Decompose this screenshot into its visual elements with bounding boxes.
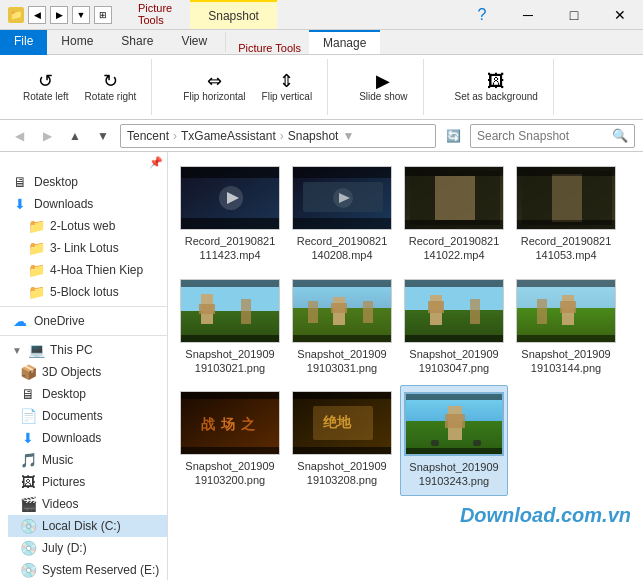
file-thumbnail (516, 166, 616, 230)
file-name: Snapshot_20190919103047.png (409, 347, 498, 376)
folder-icon: 📁 (28, 262, 44, 278)
flip-vertical-button[interactable]: ⇕ Flip vertical (255, 69, 320, 105)
tab-share[interactable]: Share (107, 30, 167, 54)
documents-icon: 📄 (20, 408, 36, 424)
window-controls: ? ─ □ ✕ (459, 0, 643, 29)
refresh-button[interactable]: 🔄 (442, 125, 464, 147)
svg-text:之: 之 (240, 416, 255, 432)
svg-rect-63 (406, 448, 502, 456)
breadcrumb[interactable]: Tencent › TxGameAssistant › Snapshot ▼ (120, 124, 436, 148)
search-input[interactable] (477, 129, 612, 143)
file-item[interactable]: Snapshot_20190919103047.png (400, 273, 508, 382)
sidebar-item-music[interactable]: 🎵 Music (8, 449, 167, 471)
svg-text:绝地: 绝地 (322, 414, 352, 430)
tab-view[interactable]: View (167, 30, 221, 54)
sidebar-item-onedrive[interactable]: ☁ OneDrive (0, 310, 167, 332)
file-thumbnail (404, 166, 504, 230)
file-thumbnail (404, 279, 504, 343)
file-thumbnail (292, 279, 392, 343)
sidebar-item-downloads-top[interactable]: ⬇ Downloads (0, 193, 167, 215)
sidebar-item-thispc[interactable]: ▼ 💻 This PC (0, 339, 167, 361)
folder-icon: 📁 (28, 240, 44, 256)
sidebar-item-desktop2[interactable]: 🖥 Desktop (8, 383, 167, 405)
sidebar-item-link-lotus[interactable]: 📁 3- Link Lotus (16, 237, 167, 259)
back-button[interactable]: ◀ (8, 125, 30, 147)
rotate-left-button[interactable]: ↺ Rotate left (16, 69, 76, 105)
close-button[interactable]: ✕ (597, 0, 643, 30)
file-thumbnail (180, 166, 280, 230)
breadcrumb-tencent[interactable]: Tencent (127, 129, 169, 143)
recent-locations-button[interactable]: ▼ (92, 125, 114, 147)
svg-rect-51 (181, 391, 279, 399)
file-item[interactable]: Record_20190821111423.mp4 (176, 160, 284, 269)
ribbon-group-btns: ↺ Rotate left ↻ Rotate right (16, 69, 143, 105)
tab-snapshot[interactable]: Snapshot (190, 0, 277, 29)
sidebar-item-system-reserved[interactable]: 💿 System Reserved (E:) (8, 559, 167, 580)
tab-home[interactable]: Home (47, 30, 107, 54)
up-button[interactable]: ▲ (64, 125, 86, 147)
sidebar-item-3d-objects[interactable]: 📦 3D Objects (8, 361, 167, 383)
quick-access-forward[interactable]: ▶ (50, 6, 68, 24)
svg-rect-49 (537, 299, 547, 324)
disk-e-icon: 💿 (20, 562, 36, 578)
disk-c-icon: 💿 (20, 518, 36, 534)
sidebar-item-documents[interactable]: 📄 Documents (8, 405, 167, 427)
file-item[interactable]: Record_20190821141022.mp4 (400, 160, 508, 269)
sidebar-item-local-disk-c[interactable]: 💿 Local Disk (C:) (8, 515, 167, 537)
file-item[interactable]: Snapshot_20190919103144.png (512, 273, 620, 382)
sidebar-item-lotus-web[interactable]: 📁 2-Lotus web (16, 215, 167, 237)
svg-rect-33 (293, 335, 391, 343)
breadcrumb-snapshot[interactable]: Snapshot (288, 129, 339, 143)
file-name: Record_20190821141022.mp4 (409, 234, 500, 263)
forward-button[interactable]: ▶ (36, 125, 58, 147)
sidebar-item-pictures[interactable]: 🖼 Pictures (8, 471, 167, 493)
quick-access-back[interactable]: ◀ (28, 6, 46, 24)
svg-rect-42 (428, 301, 444, 313)
thispc-icon: 💻 (28, 342, 44, 358)
sidebar-pin-icon[interactable]: 📌 (149, 156, 163, 169)
svg-rect-17 (405, 166, 503, 176)
sidebar-item-videos[interactable]: 🎬 Videos (8, 493, 167, 515)
sidebar-item-downloads2[interactable]: ⬇ Downloads (8, 427, 167, 449)
file-item[interactable]: Snapshot_20190919103031.png (288, 273, 396, 382)
quick-access-pin[interactable]: ⊞ (94, 6, 112, 24)
tab-manage[interactable]: Manage (309, 30, 380, 54)
file-item[interactable]: Record_20190821140208.mp4 (288, 160, 396, 269)
file-thumbnail: 战 场 之 (180, 391, 280, 455)
file-item[interactable]: Record_20190821141053.mp4 (512, 160, 620, 269)
quick-access-down[interactable]: ▼ (72, 6, 90, 24)
rotate-right-button[interactable]: ↻ Rotate right (78, 69, 144, 105)
main-area: 📌 🖥 Desktop ⬇ Downloads 📁 2-Lotus web 📁 … (0, 152, 643, 580)
svg-rect-3 (181, 218, 279, 230)
svg-rect-29 (199, 304, 215, 314)
search-box[interactable]: 🔍 (470, 124, 635, 148)
set-background-button[interactable]: 🖼 Set as background (448, 69, 545, 105)
sidebar-item-label: Downloads (34, 197, 93, 211)
slideshow-button[interactable]: ▶ Slide show (352, 69, 414, 105)
flip-v-icon: ⇕ (279, 72, 294, 90)
minimize-button[interactable]: ─ (505, 0, 551, 30)
sidebar-item-desktop[interactable]: 🖥 Desktop (0, 171, 167, 193)
file-item-selected[interactable]: Snapshot_20190919103243.png (400, 385, 508, 496)
ribbon-group-slideshow: ▶ Slide show (344, 59, 423, 115)
sidebar-item-hoa-thien[interactable]: 📁 4-Hoa Thien Kiep (16, 259, 167, 281)
svg-rect-9 (293, 218, 391, 230)
svg-rect-27 (181, 335, 279, 343)
sidebar-item-july-d[interactable]: 💿 July (D:) (8, 537, 167, 559)
breadcrumb-txgameassistant[interactable]: TxGameAssistant (181, 129, 276, 143)
file-item[interactable]: Snapshot_20190919103021.png (176, 273, 284, 382)
tab-file[interactable]: File (0, 30, 47, 55)
maximize-button[interactable]: □ (551, 0, 597, 30)
flip-h-icon: ⇔ (207, 72, 222, 90)
app-icon: 📁 (8, 7, 24, 23)
sidebar-item-label: Music (42, 453, 73, 467)
sidebar-item-block-lotus[interactable]: 📁 5-Block lotus (16, 281, 167, 303)
svg-rect-40 (405, 335, 503, 343)
svg-rect-46 (517, 335, 615, 343)
svg-rect-26 (181, 279, 279, 287)
help-button[interactable]: ? (459, 0, 505, 30)
file-item[interactable]: 战 场 之 Snapshot_20190919103200.png (176, 385, 284, 496)
file-item[interactable]: 绝地 Snapshot_20190919103208.png (288, 385, 396, 496)
snap-thumb-svg1 (181, 279, 279, 343)
flip-horizontal-button[interactable]: ⇔ Flip horizontal (176, 69, 252, 105)
